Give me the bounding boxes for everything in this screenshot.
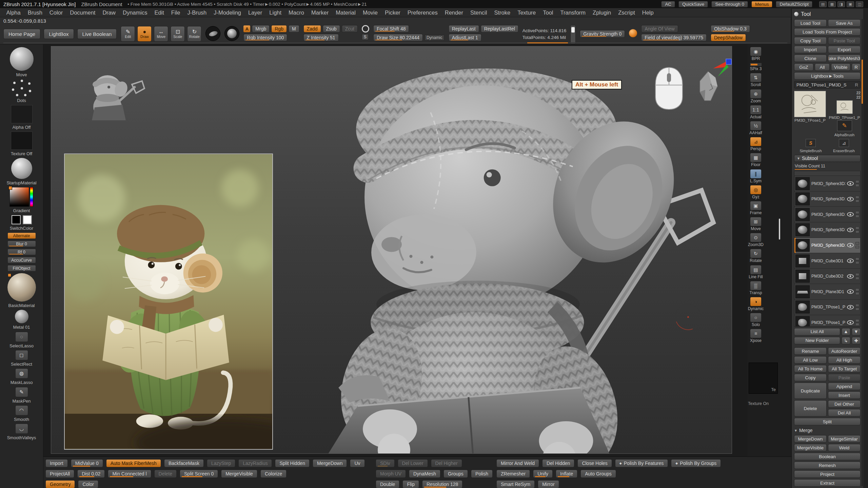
- clone-button[interactable]: Clone: [794, 55, 827, 62]
- menu-item[interactable]: File: [167, 8, 184, 17]
- import-button[interactable]: Import: [794, 46, 827, 53]
- delete-subtool-button[interactable]: Delete: [794, 400, 827, 416]
- menu-item[interactable]: J-Modeling: [210, 8, 245, 17]
- m-button[interactable]: M: [289, 25, 299, 33]
- subtool-row[interactable]: PM3D_TPose1_PM3D_Sphere3: [794, 315, 860, 327]
- menu-item[interactable]: Tool: [539, 8, 557, 17]
- menu-item[interactable]: Stroke: [491, 8, 514, 17]
- window-control-icon[interactable]: ◫: [856, 1, 863, 7]
- all-to-home-button[interactable]: All To Home: [794, 365, 827, 372]
- main-color-swatch[interactable]: [12, 215, 21, 224]
- paste-subtool-button[interactable]: Paste: [828, 374, 861, 381]
- mask-lasso-icon[interactable]: ◍: [15, 368, 28, 379]
- zsub-button[interactable]: Zsub: [323, 25, 340, 33]
- del-other-button[interactable]: Del Other: [828, 400, 861, 408]
- eraserbrush-tool[interactable]: ⊿ EraserBrush: [827, 139, 861, 153]
- menu-item[interactable]: Document: [66, 8, 99, 17]
- fillobject-button[interactable]: FillObject: [7, 265, 36, 271]
- menu-item[interactable]: Render: [441, 8, 467, 17]
- color-picker[interactable]: [9, 187, 34, 207]
- home-page-button[interactable]: Home Page: [3, 29, 40, 39]
- right-shelf-button[interactable]: ⊕ Zoom: [750, 89, 762, 103]
- tray-button[interactable]: Close Holes: [577, 459, 612, 467]
- right-shelf-button[interactable]: ▣ Frame: [750, 201, 762, 215]
- menu-item[interactable]: Texture: [514, 8, 539, 17]
- current-tool-thumbnail[interactable]: [794, 91, 826, 117]
- visibility-eye-icon[interactable]: [847, 259, 854, 263]
- titlebar-button[interactable]: See-through 0: [711, 1, 748, 7]
- tray-button[interactable]: Flip: [402, 480, 419, 488]
- tray-button[interactable]: Import: [45, 459, 68, 467]
- visibility-eye-icon[interactable]: [847, 320, 854, 325]
- tray-button[interactable]: Polish: [471, 470, 493, 478]
- tray-button[interactable]: ProjectAll: [45, 470, 74, 478]
- right-shelf-button[interactable]: ○ Solo: [750, 313, 762, 327]
- menu-item[interactable]: Draw: [99, 8, 119, 17]
- right-shelf-button[interactable]: ▦ Floor: [750, 153, 762, 167]
- window-control-icon[interactable]: ▤: [819, 1, 827, 7]
- right-shelf-button[interactable]: ½ AAHalf: [749, 121, 762, 135]
- live-boolean-button[interactable]: Live Boolean: [77, 29, 117, 39]
- visible-count-slider[interactable]: Visible Count 11: [795, 164, 860, 170]
- copy-subtool-button[interactable]: Copy: [794, 374, 827, 381]
- right-shelf-button[interactable]: ◑ Dynamic: [748, 297, 764, 311]
- tray-button[interactable]: BackfaceMask: [164, 459, 204, 467]
- right-shelf-button[interactable]: ↻ Rotate: [750, 249, 762, 263]
- goz-visible-button[interactable]: Visible: [831, 63, 850, 71]
- z-intensity-slider[interactable]: Z Intensity 51: [303, 34, 339, 41]
- panel-scrollbar-thumb[interactable]: [862, 60, 863, 104]
- hue-strip[interactable]: [30, 187, 33, 207]
- all-low-button[interactable]: All Low: [794, 356, 827, 364]
- tray-button[interactable]: DynaMesh: [409, 470, 440, 478]
- mergesimilar-button[interactable]: MergeSimilar: [828, 435, 861, 443]
- vertical-slider[interactable]: [570, 25, 576, 44]
- right-shelf-button[interactable]: ◎ Gyz: [750, 185, 762, 199]
- menu-item[interactable]: Preferences: [404, 8, 441, 17]
- tray-button[interactable]: SDiv: [376, 459, 395, 467]
- obj-shadow-slider[interactable]: ObjShadow 0.3: [711, 25, 750, 33]
- rename-button[interactable]: Rename: [794, 347, 827, 355]
- tray-button[interactable]: Uv: [350, 459, 364, 467]
- tray-button[interactable]: Del Higher: [431, 459, 462, 467]
- tray-button[interactable]: Colorize: [260, 470, 287, 478]
- tray-button[interactable]: Smart ReSym: [496, 480, 535, 488]
- window-control-icon[interactable]: ▣: [847, 1, 854, 7]
- visibility-eye-icon[interactable]: [847, 212, 854, 217]
- save-as-button[interactable]: Save As: [828, 19, 861, 27]
- lightbox-button[interactable]: LightBox: [44, 29, 74, 39]
- tray-button[interactable]: Resolution 128: [422, 480, 462, 488]
- right-shelf-button[interactable]: ◉ BPR: [750, 47, 762, 61]
- angle-of-view-button[interactable]: Angle Of View: [641, 25, 678, 33]
- startup-material-preview[interactable]: [11, 158, 32, 179]
- smooth-valleys-icon[interactable]: ◡: [15, 424, 28, 434]
- stroke-preview[interactable]: [205, 26, 220, 41]
- mode-button[interactable]: ● Draw: [137, 26, 152, 42]
- folder-add-icon[interactable]: ✚: [852, 337, 861, 344]
- goz-r-button[interactable]: R: [852, 63, 861, 71]
- alphabrush-thumbnail[interactable]: ✎: [837, 120, 852, 131]
- menu-item[interactable]: Stencil: [467, 8, 491, 17]
- menu-item[interactable]: J-Brush: [184, 8, 210, 17]
- window-control-icon[interactable]: ▦: [828, 1, 836, 7]
- tray-button[interactable]: Min Connected l: [108, 470, 151, 478]
- metal-material-preview[interactable]: [15, 310, 28, 323]
- window-control-icon[interactable]: ◨: [837, 1, 845, 7]
- titlebar-button[interactable]: DefaultZScript: [776, 1, 812, 7]
- visibility-eye-icon[interactable]: [847, 197, 854, 201]
- menu-item[interactable]: Color: [46, 8, 66, 17]
- lightbox-tools-button[interactable]: Lightbox►Tools: [794, 72, 861, 80]
- panel-divider-handle[interactable]: [779, 219, 780, 240]
- menu-item[interactable]: Marker: [308, 8, 332, 17]
- right-shelf-button[interactable]: ∥ L.Sym: [750, 169, 762, 183]
- visibility-eye-icon[interactable]: [847, 305, 854, 309]
- mode-button[interactable]: ⊡ Scale: [171, 26, 185, 42]
- tray-button[interactable]: Split Hidden: [275, 459, 310, 467]
- mode-button[interactable]: ✎ Edit: [121, 26, 135, 42]
- alpha-selector[interactable]: [11, 105, 33, 123]
- focal-shift-slider[interactable]: Focal Shift 48: [373, 25, 409, 33]
- replay-last-button[interactable]: ReplayLast: [449, 25, 479, 33]
- tray-button[interactable]: Double: [376, 480, 399, 488]
- export-button[interactable]: Export: [828, 46, 861, 53]
- mergevisible-button[interactable]: MergeVisible: [794, 444, 827, 451]
- right-shelf-button[interactable]: SPix 3: [750, 63, 762, 71]
